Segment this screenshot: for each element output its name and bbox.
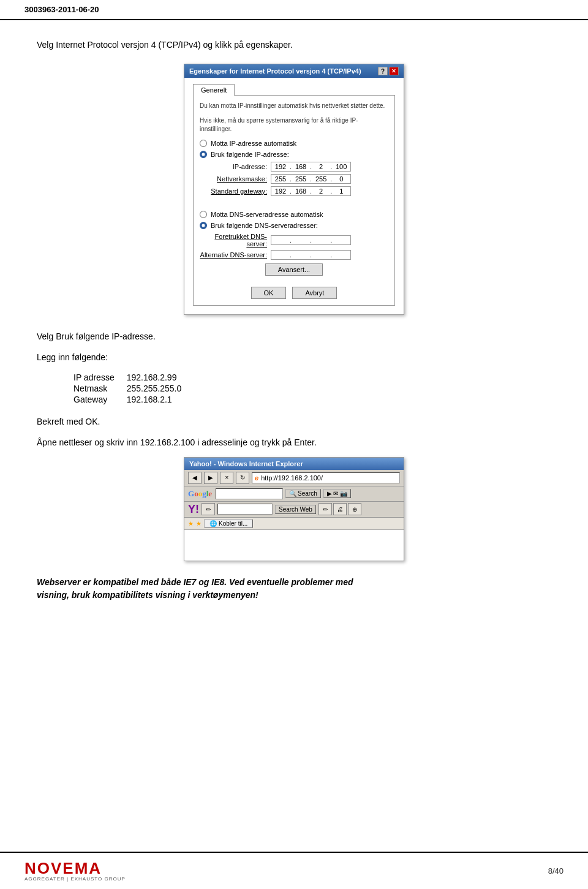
novema-logo-text: NOVEMA xyxy=(24,860,102,876)
browser-toolbar-google: Google 🔍 Search ▶ ✉ 📷 xyxy=(184,486,404,502)
doc-number: 3003963-2011-06-20 xyxy=(24,5,99,14)
netmask-row: Nettverksmaske: 255 . 255 . 255 . 0 xyxy=(200,174,388,184)
radio-auto-dns-label: Motta DNS-serveradresse automatisk xyxy=(211,211,323,218)
ip-row-value: 192.168.2.99 xyxy=(127,372,194,383)
novema-logo: NOVEMA AGGREGATER | EXHAUSTO GROUP xyxy=(24,860,126,882)
favorites-bar: ★ ★ 🌐 Kobler til... xyxy=(184,518,404,530)
kobler-til-button[interactable]: 🌐 Kobler til... xyxy=(204,519,253,528)
dialog-tab-area: Du kan motta IP-innstillinger automatisk… xyxy=(193,95,395,306)
search-web-label: Search Web xyxy=(279,506,312,513)
kobler-til-label: Kobler til... xyxy=(219,520,247,527)
radio-manual-dns-label: Bruk følgende DNS-serveradresser: xyxy=(211,222,318,229)
dialog-body: Generelt Du kan motta IP-innstillinger a… xyxy=(184,78,404,314)
doc-header: 3003963-2011-06-20 xyxy=(0,0,588,20)
radio-auto-ip-row: Motta IP-adresse automatisk xyxy=(200,140,388,147)
doc-content: Velg Internet Protocol versjon 4 (TCP/IP… xyxy=(0,20,588,658)
dialog-tab[interactable]: Generelt xyxy=(193,84,235,96)
table-row: Gateway 192.168.2.1 xyxy=(74,394,194,405)
doc-footer: NOVEMA AGGREGATER | EXHAUSTO GROUP 8/40 xyxy=(0,852,588,889)
radio-manual-dns[interactable] xyxy=(200,222,207,229)
netmask-row-label: Netmask xyxy=(74,383,127,394)
favorites-star-icon: ★ xyxy=(188,520,194,527)
browser-titlebar: Yahoo! - Windows Internet Explorer xyxy=(184,458,404,470)
radio-manual-ip-label: Bruk følgende IP-adresse: xyxy=(211,151,289,158)
text-apne-browser: Åpne nettleser og skriv inn 192.168.2.10… xyxy=(37,436,551,449)
bold-note-line1: Webserver er kompatibel med både IE7 og … xyxy=(37,577,353,587)
back-button[interactable]: ◀ xyxy=(188,472,202,484)
advanced-button[interactable]: Avansert... xyxy=(265,263,323,276)
close-button[interactable]: ✕ xyxy=(389,67,399,75)
dialog-buttons: OK Avbryt xyxy=(200,282,388,299)
netmask-row-value: 255.255.255.0 xyxy=(127,383,194,394)
refresh-button[interactable]: ↻ xyxy=(236,472,249,484)
dns2-input[interactable]: . . . xyxy=(271,250,351,260)
bold-note-line2: visning, bruk kompatibilitets visning i … xyxy=(37,590,258,600)
text-bekreft: Bekreft med OK. xyxy=(37,415,551,428)
dialog-info-line2: Hvis ikke, må du spørre systemansvarlig … xyxy=(200,116,388,134)
text-bruk-ip: Velg Bruk følgende IP-adresse. xyxy=(37,330,551,343)
gateway-row-value: 192.168.2.1 xyxy=(127,394,194,405)
ip-address-row: IP-adresse: 192 . 168 . 2 . 100 xyxy=(200,162,388,172)
address-value: http://192.168.2.100/ xyxy=(261,474,323,482)
page-number: 8/40 xyxy=(548,866,564,876)
address-bar[interactable]: e http://192.168.2.100/ xyxy=(252,472,400,483)
table-row: IP adresse 192.168.2.99 xyxy=(74,372,194,383)
radio-auto-dns-row: Motta DNS-serveradresse automatisk xyxy=(200,211,388,218)
browser-title: Yahoo! - Windows Internet Explorer xyxy=(189,460,303,467)
yahoo-tools: ✏ xyxy=(202,503,215,515)
dns2-row: Alternativ DNS-server: . . . xyxy=(200,250,388,260)
yahoo-search-input[interactable] xyxy=(217,504,273,515)
yahoo-logo: Y! xyxy=(188,503,199,516)
radio-auto-ip[interactable] xyxy=(200,140,207,147)
text-legg-inn: Legg inn følgende: xyxy=(37,350,551,364)
cancel-button[interactable]: Avbryt xyxy=(292,287,337,299)
search-icon: 🔍 xyxy=(289,490,296,497)
ip-table: IP adresse 192.168.2.99 Netmask 255.255.… xyxy=(74,372,194,405)
help-button[interactable]: ? xyxy=(378,67,388,75)
gateway-label: Standard gateway: xyxy=(200,187,267,195)
radio-auto-dns[interactable] xyxy=(200,211,207,218)
page-icon: 🌐 xyxy=(209,520,217,527)
ok-button[interactable]: OK xyxy=(251,287,287,299)
netmask-input[interactable]: 255 . 255 . 255 . 0 xyxy=(271,174,351,184)
intro-text: Velg Internet Protocol versjon 4 (TCP/IP… xyxy=(37,39,551,51)
netmask-label: Nettverksmaske: xyxy=(200,175,267,183)
browser-screenshot: Yahoo! - Windows Internet Explorer ◀ ▶ ✕… xyxy=(184,457,404,561)
more-tools-button[interactable]: ▶ ✉ 📷 xyxy=(323,489,352,498)
radio-manual-ip-row: Bruk følgende IP-adresse: xyxy=(200,151,388,158)
section-divider-1 xyxy=(200,201,388,206)
favorites-star2-icon: ★ xyxy=(196,520,202,527)
ip-address-label: IP-adresse: xyxy=(200,163,267,170)
yahoo-btn2[interactable]: 🖨 xyxy=(333,503,347,515)
dns1-label: Foretrukket DNS-server: xyxy=(200,233,267,248)
dialog-titlebar-buttons: ? ✕ xyxy=(378,67,399,75)
dialog-info-line1: Du kan motta IP-innstillinger automatisk… xyxy=(200,102,388,110)
gateway-input[interactable]: 192 . 168 . 2 . 1 xyxy=(271,186,351,196)
bold-note: Webserver er kompatibel med både IE7 og … xyxy=(37,576,551,602)
yahoo-search-button[interactable]: Search Web xyxy=(275,505,316,514)
dialog-screenshot: Egenskaper for Internet Protocol versjon… xyxy=(184,64,404,315)
google-search-input[interactable] xyxy=(216,488,283,499)
novema-logo-subtitle: AGGREGATER | EXHAUSTO GROUP xyxy=(24,876,126,882)
dns1-input[interactable]: . . . xyxy=(271,235,351,245)
stop-button[interactable]: ✕ xyxy=(220,472,233,484)
ie-icon: e xyxy=(255,474,258,482)
ip-address-input[interactable]: 192 . 168 . 2 . 100 xyxy=(271,162,351,172)
radio-auto-ip-label: Motta IP-adresse automatisk xyxy=(211,140,296,147)
browser-toolbar-nav: ◀ ▶ ✕ ↻ e http://192.168.2.100/ xyxy=(184,470,404,486)
pencil-button[interactable]: ✏ xyxy=(202,503,215,515)
yahoo-btn3[interactable]: ⊕ xyxy=(348,503,361,515)
yahoo-btn1[interactable]: ✏ xyxy=(318,503,332,515)
dialog-titlebar: Egenskaper for Internet Protocol versjon… xyxy=(184,64,404,78)
table-row: Netmask 255.255.255.0 xyxy=(74,383,194,394)
google-search-button[interactable]: 🔍 Search xyxy=(285,489,321,498)
dialog-title: Egenskaper for Internet Protocol versjon… xyxy=(189,67,361,75)
forward-button[interactable]: ▶ xyxy=(204,472,217,484)
google-search-label: Search xyxy=(298,490,317,497)
gateway-row-label: Gateway xyxy=(74,394,127,405)
radio-manual-dns-row: Bruk følgende DNS-serveradresser: xyxy=(200,222,388,229)
radio-manual-ip[interactable] xyxy=(200,151,207,158)
advanced-btn-row: Avansert... xyxy=(200,263,388,276)
ip-row-label: IP adresse xyxy=(74,372,127,383)
yahoo-extra-buttons: ✏ 🖨 ⊕ xyxy=(318,503,361,515)
